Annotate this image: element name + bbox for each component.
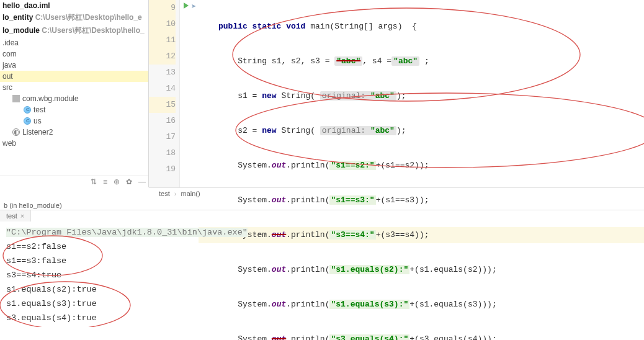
sort-icon[interactable]: ⇅ xyxy=(91,177,97,186)
console-line: "C:\Program Files\Java\jdk1.8.0_31\bin\j… xyxy=(6,228,248,237)
console-output[interactable]: "C:\Program Files\Java\jdk1.8.0_31\bin\j… xyxy=(0,221,644,329)
code-text: +(s1==s2)); xyxy=(376,161,429,170)
code-text: System. xyxy=(238,195,272,205)
code-text: s1 = xyxy=(238,91,262,101)
run-tab-label: test xyxy=(6,212,17,220)
line-number[interactable]: 15 xyxy=(149,97,176,113)
run-gutter: ➤ xyxy=(180,0,199,187)
line-gutter: 9 10 11 12 13 14 15 16 17 18 19 xyxy=(149,0,180,187)
keyword: new xyxy=(262,91,276,101)
tree-item[interactable]: src xyxy=(0,82,148,93)
tree-item[interactable]: com.wbg.module xyxy=(0,93,148,104)
breadcrumb-item[interactable]: test xyxy=(159,190,170,197)
gear-icon[interactable]: ✿ xyxy=(126,177,132,186)
tree-toolbar: ⇅ ≡ ⊕ ✿ — xyxy=(0,176,148,187)
console-line: s3.equals(s4):true xyxy=(6,311,638,325)
target-icon[interactable]: ⊕ xyxy=(114,177,120,186)
tree-item[interactable]: lo_entity C:\Users\邦杠\Desktop\hello_e xyxy=(0,11,148,24)
tree-item[interactable]: lo_module C:\Users\邦杠\Desktop\hello_ xyxy=(0,24,148,37)
code-text: main(String[] args) { xyxy=(305,22,416,31)
line-number[interactable]: 17 xyxy=(149,129,176,145)
field-ref: out xyxy=(272,161,286,170)
console-line: s1.equals(s3):true xyxy=(6,297,638,311)
keyword: new xyxy=(262,126,276,135)
tree-item[interactable]: com xyxy=(0,48,148,60)
tree-item[interactable]: test xyxy=(0,104,148,115)
keyword: public static void xyxy=(218,22,305,31)
line-number[interactable]: 12 xyxy=(149,48,176,65)
line-number[interactable]: 16 xyxy=(149,113,176,129)
code-text: .println( xyxy=(286,195,329,205)
code-area[interactable]: public static void main(String[] args) {… xyxy=(199,0,644,187)
string-literal: "s1==s2:" xyxy=(329,161,375,170)
close-icon[interactable]: × xyxy=(20,212,24,220)
hide-icon[interactable]: — xyxy=(138,177,146,186)
tree-item-selected[interactable]: out xyxy=(0,71,148,82)
line-number[interactable]: 18 xyxy=(149,145,176,161)
string-literal: "s1==s3:" xyxy=(329,195,375,205)
line-number[interactable]: 11 xyxy=(149,32,176,48)
line-number[interactable]: 10 xyxy=(149,16,176,32)
line-number[interactable]: 19 xyxy=(149,161,176,177)
code-text: String( xyxy=(277,126,320,135)
listener-icon xyxy=(12,128,20,136)
code-text: ); xyxy=(396,126,406,135)
string-literal: "abc" xyxy=(393,56,418,66)
project-tree-panel: hello_dao.iml lo_entity C:\Users\邦杠\Desk… xyxy=(0,0,149,187)
code-text: System. xyxy=(238,334,272,340)
console-line: s1.equals(s2):true xyxy=(6,282,638,297)
code-text: System. xyxy=(238,161,272,170)
tree-item[interactable]: us xyxy=(0,115,148,127)
code-text: .println( xyxy=(286,334,329,340)
code-text: String s1, s2, s3 = xyxy=(238,56,334,66)
string-literal: "abc" xyxy=(370,126,395,135)
class-icon xyxy=(24,106,31,114)
code-text: s2 = xyxy=(238,126,262,135)
param-hint: original: xyxy=(322,126,365,135)
console-line: ... xyxy=(248,228,267,237)
string-literal: "abc" xyxy=(370,91,395,101)
line-number[interactable]: 9 xyxy=(149,0,176,16)
line-number[interactable]: 14 xyxy=(149,81,176,97)
run-line-icon[interactable] xyxy=(184,2,189,9)
code-text: String( xyxy=(277,91,320,101)
console-line: s1==s3:false xyxy=(6,254,638,268)
class-icon xyxy=(24,117,31,125)
run-tab[interactable]: test × xyxy=(0,210,31,221)
code-text: +(s3.equals(s4))); xyxy=(409,334,496,340)
string-literal: "abc" xyxy=(336,56,360,66)
line-number[interactable]: 13 xyxy=(149,65,176,81)
tree-item[interactable]: Listener2 xyxy=(0,127,148,138)
tree-item[interactable]: .idea xyxy=(0,37,148,48)
breadcrumb-item[interactable]: main() xyxy=(181,190,200,197)
code-text: +(s1==s3)); xyxy=(376,195,429,205)
console-line: s1==s2:false xyxy=(6,239,638,254)
console-line: s3==s4:true xyxy=(6,268,638,282)
folder-icon xyxy=(12,95,20,102)
string-literal: "s3.equals(s4):" xyxy=(329,334,409,340)
code-text: .println( xyxy=(286,161,329,170)
project-tree[interactable]: hello_dao.iml lo_entity C:\Users\邦杠\Desk… xyxy=(0,0,148,176)
method-marker-icon: ➤ xyxy=(191,1,196,12)
chevron-right-icon: › xyxy=(174,190,177,197)
tree-item[interactable]: hello_dao.iml xyxy=(0,0,148,11)
param-hint: original: xyxy=(322,91,365,101)
tree-item[interactable]: java xyxy=(0,60,148,71)
code-text: , s4 = xyxy=(362,56,391,66)
tree-item[interactable]: web xyxy=(0,138,148,149)
code-text: ; xyxy=(419,56,429,66)
flatten-icon[interactable]: ≡ xyxy=(103,177,107,186)
field-ref: out xyxy=(272,195,286,205)
code-editor[interactable]: 9 10 11 12 13 14 15 16 17 18 19 ➤ public… xyxy=(149,0,644,187)
field-ref: out xyxy=(272,334,286,340)
code-text: ); xyxy=(396,91,406,101)
